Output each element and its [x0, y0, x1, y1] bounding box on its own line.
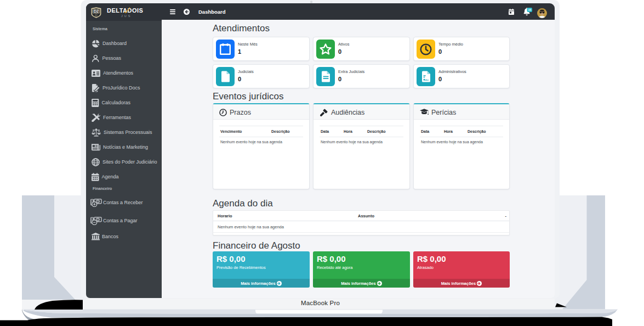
svg-text:15: 15 — [528, 8, 532, 12]
svg-text:D2: D2 — [94, 9, 99, 14]
